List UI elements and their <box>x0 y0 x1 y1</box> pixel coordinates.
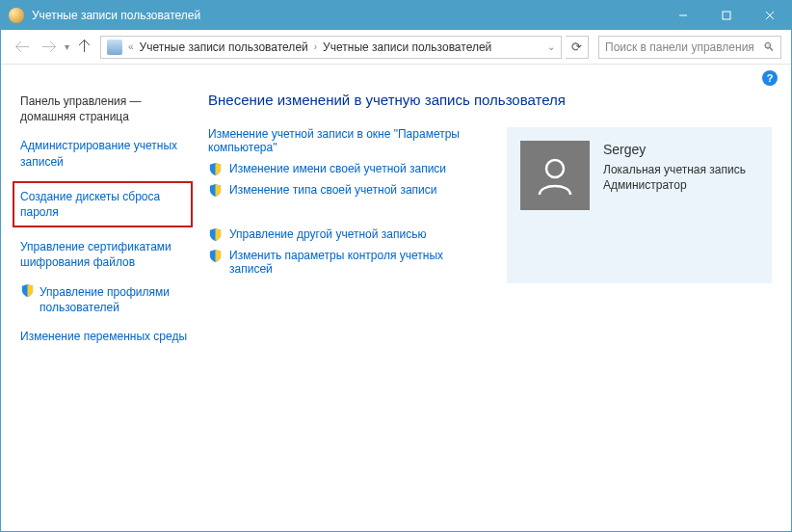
history-dropdown[interactable]: ▾ <box>65 41 69 52</box>
window-title: Учетные записи пользователей <box>32 9 661 22</box>
link-change-in-pc-settings[interactable]: Изменение учетной записи в окне "Парамет… <box>208 127 460 154</box>
sidebar-item-highlighted: Создание дискеты сброса пароля <box>13 181 193 227</box>
navbar: 🡠 🡢 ▾ 🡡 « Учетные записи пользователей ›… <box>1 30 791 65</box>
link-manage-other-account[interactable]: Управление другой учетной записью <box>229 227 426 241</box>
shield-icon <box>20 283 35 298</box>
breadcrumb-prefix: « <box>128 41 134 52</box>
up-button[interactable]: 🡡 <box>73 36 96 59</box>
action-item: Управление другой учетной записью <box>208 227 484 241</box>
shield-icon <box>208 183 223 198</box>
breadcrumb-item[interactable]: Учетные записи пользователей <box>323 40 491 54</box>
close-button[interactable] <box>748 1 791 30</box>
forward-button: 🡢 <box>38 36 61 59</box>
sidebar-item: Управление сертификатами шифрования файл… <box>20 237 189 272</box>
search-placeholder: Поиск в панели управления <box>605 40 754 54</box>
avatar <box>520 141 590 210</box>
path-dropdown-icon[interactable]: ⌄ <box>547 41 555 52</box>
content: Панель управления — домашняя страница Ад… <box>1 92 791 531</box>
sidebar-item: Администрирование учетных записей <box>20 136 189 171</box>
breadcrumb-item[interactable]: Учетные записи пользователей <box>140 40 308 54</box>
action-item: Изменение типа своей учетной записи <box>208 183 484 197</box>
link-change-account-type[interactable]: Изменение типа своей учетной записи <box>229 183 436 197</box>
chevron-right-icon: › <box>314 41 317 52</box>
sidebar-link-encryption-certs[interactable]: Управление сертификатами шифрования файл… <box>20 237 189 272</box>
back-button: 🡠 <box>11 36 34 59</box>
svg-point-4 <box>546 160 564 177</box>
shield-icon <box>208 162 223 176</box>
main-panel: Внесение изменений в учетную запись поль… <box>198 92 791 531</box>
account-type: Локальная учетная запись <box>603 162 746 178</box>
sidebar-link-manage-accounts[interactable]: Администрирование учетных записей <box>20 136 189 171</box>
sidebar-link-env-vars[interactable]: Изменение переменных среды <box>20 327 189 346</box>
account-info: Sergey Локальная учетная запись Админист… <box>603 141 746 194</box>
control-panel-home-link[interactable]: Панель управления — домашняя страница <box>20 92 189 126</box>
maximize-button[interactable] <box>704 1 748 30</box>
breadcrumb[interactable]: « Учетные записи пользователей › Учетные… <box>100 36 562 59</box>
search-icon: 🔍︎ <box>763 40 775 54</box>
link-change-account-name[interactable]: Изменение имени своей учетной записи <box>229 162 446 175</box>
window-titlebar: Учетные записи пользователей <box>1 1 791 30</box>
action-item: Изменение учетной записи в окне "Парамет… <box>208 127 484 154</box>
minimize-button[interactable] <box>661 1 704 30</box>
action-item: Изменение имени своей учетной записи <box>208 162 484 175</box>
sidebar-link-user-profiles[interactable]: Управление профилями пользователей <box>40 282 189 317</box>
actions-column: Изменение учетной записи в окне "Парамет… <box>208 127 484 283</box>
shield-icon <box>208 227 223 242</box>
action-item: Изменить параметры контроля учетных запи… <box>208 249 484 276</box>
location-icon <box>107 40 122 55</box>
refresh-button[interactable]: ⟳ <box>566 36 589 59</box>
sidebar-link-password-reset-disk[interactable]: Создание дискеты сброса пароля <box>20 187 185 222</box>
search-input[interactable]: Поиск в панели управления 🔍︎ <box>598 36 781 59</box>
sidebar-item: Изменение переменных среды <box>20 327 189 346</box>
shield-icon <box>208 249 223 263</box>
account-name: Sergey <box>603 141 746 160</box>
svg-rect-1 <box>723 12 730 19</box>
page-heading: Внесение изменений в учетную запись поль… <box>208 92 772 108</box>
help-icon[interactable]: ? <box>762 70 778 86</box>
help-row: ? <box>1 65 791 92</box>
sidebar-item: Управление профилями пользователей <box>20 282 189 317</box>
app-icon <box>9 8 24 23</box>
link-change-uac-settings[interactable]: Изменить параметры контроля учетных запи… <box>229 249 443 276</box>
account-card: Sergey Локальная учетная запись Админист… <box>507 127 772 283</box>
sidebar: Панель управления — домашняя страница Ад… <box>1 92 198 531</box>
account-role: Администратор <box>603 177 746 194</box>
